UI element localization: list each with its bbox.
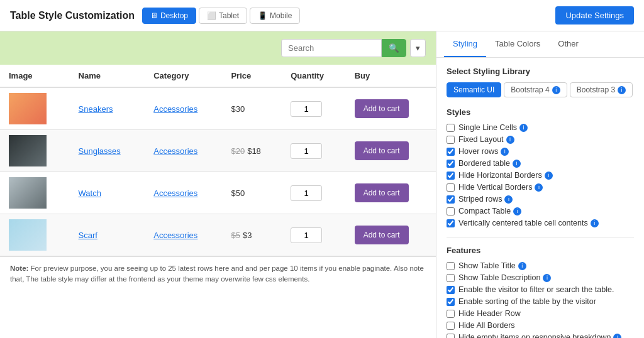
feature-option-0[interactable]: Show Table Title i [447, 261, 634, 270]
info-icon-feature-0: i [518, 262, 526, 270]
add-to-cart-button[interactable]: Add to cart [355, 183, 409, 202]
main-area: 🔍 ▾ Image Name Category Price Qua [0, 31, 644, 338]
style-option-3[interactable]: Bordered table i [447, 159, 634, 168]
feature-label-1: Show Table Description i [458, 273, 551, 282]
feature-option-5[interactable]: Hide All Borders [447, 321, 634, 330]
desktop-btn[interactable]: 🖥 Desktop [142, 8, 196, 24]
style-option-6[interactable]: Striped rows i [447, 195, 634, 204]
search-bar-area: 🔍 ▾ [0, 31, 436, 65]
col-price: Price [222, 65, 282, 87]
product-image [9, 93, 47, 124]
style-option-1[interactable]: Fixed Layout i [447, 135, 634, 144]
style-option-5[interactable]: Hide Vertical Borders i [447, 183, 634, 192]
style-checkbox-5[interactable] [447, 183, 455, 192]
style-checkbox-8[interactable] [447, 219, 455, 227]
note-content: For preview purpose, you are seeing up t… [10, 264, 424, 283]
style-checkbox-6[interactable] [447, 195, 455, 204]
search-button[interactable]: 🔍 [382, 39, 406, 57]
style-option-4[interactable]: Hide Horizontal Borders i [447, 171, 634, 180]
style-checkbox-3[interactable] [447, 160, 455, 168]
feature-label-0: Show Table Title i [458, 261, 526, 270]
feature-option-1[interactable]: Show Table Description i [447, 273, 634, 282]
price: $30 [231, 104, 245, 114]
product-link[interactable]: Sneakers [79, 104, 113, 114]
style-option-2[interactable]: Hover rows i [447, 147, 634, 156]
feature-checkbox-3[interactable] [447, 298, 455, 306]
update-settings-button[interactable]: Update Settings [555, 6, 634, 25]
info-icon-style-1: i [506, 136, 514, 144]
quantity-input[interactable] [291, 101, 322, 117]
header-left: Table Style Customization 🖥 Desktop ⬜ Ta… [10, 8, 300, 24]
add-to-cart-button[interactable]: Add to cart [355, 226, 409, 244]
style-option-8[interactable]: Vertically centered table cell contents … [447, 219, 634, 227]
style-checkbox-4[interactable] [447, 172, 455, 180]
col-image: Image [0, 65, 70, 87]
style-checkbox-1[interactable] [447, 136, 455, 144]
info-icon-style-3: i [513, 160, 521, 168]
cell-name: Sunglasses [70, 130, 145, 172]
tab-table-colors[interactable]: Table Colors [486, 31, 549, 57]
features-section: Features Show Table Title i Show Table D… [447, 246, 634, 338]
category-link[interactable]: Accessories [153, 188, 197, 198]
cell-quantity [282, 172, 345, 214]
styles-section: Styles Single Line Cells i Fixed Layout … [447, 107, 634, 227]
chevron-down-icon: ▾ [416, 43, 420, 53]
feature-option-3[interactable]: Enable sorting of the table by the visit… [447, 297, 634, 306]
add-to-cart-button[interactable]: Add to cart [355, 141, 409, 160]
lib-bootstrap4[interactable]: Bootstrap 4 i [504, 82, 567, 97]
feature-checkbox-2[interactable] [447, 286, 455, 294]
cell-image [0, 87, 70, 130]
lib-bootstrap3[interactable]: Bootstrap 3 i [570, 82, 633, 97]
feature-option-6[interactable]: Hide empty items on responsive breakdown… [447, 333, 634, 338]
tablet-btn[interactable]: ⬜ Tablet [199, 8, 247, 24]
add-to-cart-button[interactable]: Add to cart [355, 99, 409, 118]
col-quantity: Quantity [282, 65, 345, 87]
settings-panel: Styling Table Colors Other Select Stylin… [436, 31, 644, 338]
info-icon-style-4: i [545, 172, 553, 180]
style-checkbox-0[interactable] [447, 124, 455, 132]
style-option-7[interactable]: Compact Table i [447, 207, 634, 215]
info-icon-style-6: i [504, 195, 513, 204]
category-link[interactable]: Accessories [153, 104, 197, 114]
quantity-input[interactable] [291, 185, 322, 201]
product-link[interactable]: Sunglasses [79, 146, 121, 156]
preview-panel: 🔍 ▾ Image Name Category Price Qua [0, 31, 436, 338]
style-checkbox-2[interactable] [447, 148, 455, 156]
info-icon-style-0: i [519, 124, 528, 132]
quantity-input[interactable] [291, 143, 322, 159]
cell-price: $50 [222, 172, 282, 214]
info-icon-style-2: i [501, 148, 509, 156]
feature-checkbox-1[interactable] [447, 274, 455, 282]
tab-other[interactable]: Other [549, 31, 587, 57]
feature-option-4[interactable]: Hide Header Row [447, 309, 634, 318]
device-buttons: 🖥 Desktop ⬜ Tablet 📱 Mobile [142, 8, 300, 24]
product-link[interactable]: Watch [79, 188, 101, 198]
table-header-row: Image Name Category Price Quantity Buy [0, 65, 436, 87]
quantity-input[interactable] [291, 227, 322, 243]
feature-label-3: Enable sorting of the table by the visit… [458, 297, 596, 306]
lib-semantic-ui[interactable]: Semantic UI [447, 82, 501, 97]
mobile-btn[interactable]: 📱 Mobile [250, 8, 300, 24]
feature-checkbox-6[interactable] [447, 334, 455, 339]
style-label-7: Compact Table i [458, 207, 521, 215]
feature-checkbox-5[interactable] [447, 322, 455, 330]
category-link[interactable]: Accessories [153, 146, 197, 156]
style-label-4: Hide Horizontal Borders i [458, 171, 553, 180]
col-buy: Buy [346, 65, 436, 87]
feature-checkbox-0[interactable] [447, 262, 455, 270]
search-dropdown-button[interactable]: ▾ [410, 39, 426, 57]
tab-styling[interactable]: Styling [444, 31, 486, 57]
feature-checkbox-4[interactable] [447, 310, 455, 318]
feature-option-2[interactable]: Enable the visitor to filter or search t… [447, 285, 634, 294]
features-title: Features [447, 246, 634, 255]
search-input[interactable] [281, 39, 382, 57]
table-row: Watch Accessories $50 Add to cart [0, 172, 436, 214]
settings-content: Select Styling Library Semantic UI Boots… [436, 58, 644, 338]
product-image [9, 219, 47, 251]
product-image [9, 177, 47, 209]
style-option-0[interactable]: Single Line Cells i [447, 123, 634, 132]
product-link[interactable]: Scarf [79, 231, 97, 240]
style-checkbox-7[interactable] [447, 207, 455, 215]
style-label-2: Hover rows i [458, 147, 509, 156]
category-link[interactable]: Accessories [153, 231, 197, 240]
